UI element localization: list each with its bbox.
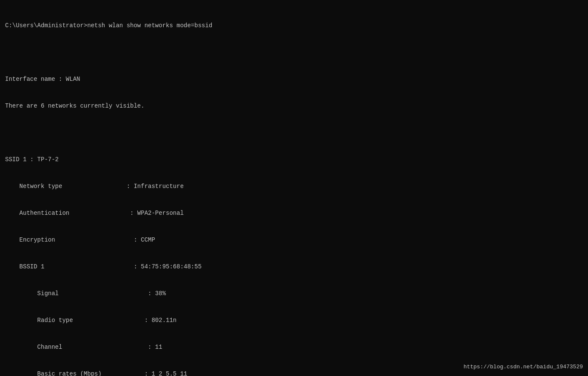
ssid-1-signal: Signal : 38% (5, 289, 583, 298)
watermark: https://blog.csdn.net/baidu_19473529 (463, 363, 583, 371)
ssid-1-header: SSID 1 : TP-7-2 (5, 155, 583, 164)
ssid-1-encryption: Encryption : CCMP (5, 236, 583, 245)
terminal-window: C:\Users\Administrator>netsh wlan show n… (5, 3, 583, 376)
ssid-1-bssid: BSSID 1 : 54:75:95:68:48:55 (5, 262, 583, 271)
interface-line: Interface name : WLAN (5, 75, 583, 84)
command-prompt: C:\Users\Administrator>netsh wlan show n… (5, 21, 583, 30)
ssid-1-network-type: Network type : Infrastructure (5, 182, 583, 191)
ssid-1-channel: Channel : 11 (5, 343, 583, 352)
ssid-1-authentication: Authentication : WPA2-Personal (5, 209, 583, 218)
ssid-1-radio-type: Radio type : 802.11n (5, 316, 583, 325)
networks-count-line: There are 6 networks currently visible. (5, 102, 583, 111)
